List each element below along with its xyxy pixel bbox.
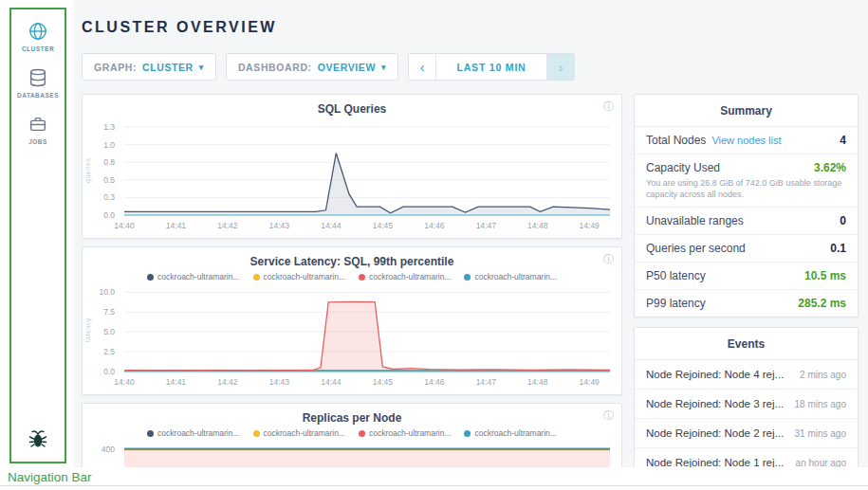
time-range-label[interactable]: LAST 10 MIN — [436, 54, 546, 80]
chart-plot — [124, 445, 610, 467]
sidebar-item-label: CLUSTER — [22, 45, 54, 52]
legend-item[interactable]: cockroach-ultramarin... — [147, 428, 239, 438]
dashboard-dropdown[interactable]: DASHBOARD: OVERVIEW ▾ — [226, 53, 398, 81]
admin-ui-window: CLUSTER DATABASES JOBS — [0, 0, 868, 467]
summary-label: Capacity Used — [646, 161, 720, 174]
legend-dot-icon — [464, 430, 471, 437]
summary-row: Capacity Used3.62%You are using 26.8 GiB… — [635, 154, 858, 207]
y-tick-label: 7.5 — [103, 307, 115, 317]
sidebar-item-label: DATABASES — [17, 92, 59, 99]
cockroachdb-logo[interactable] — [27, 427, 49, 454]
legend-item[interactable]: cockroach-ultramarin... — [253, 272, 345, 281]
legend-label: cockroach-ultramarin... — [369, 272, 451, 281]
chart-plot — [124, 289, 610, 372]
y-axis: 400 — [83, 445, 122, 467]
x-tick-label: 14:45 — [373, 221, 393, 230]
chevron-down-icon: ▾ — [381, 63, 386, 72]
y-tick-label: 0.0 — [103, 367, 115, 376]
event-row: Node Rejoined: Node 2 rej...31 mins ago — [635, 418, 858, 447]
sidebar-item-jobs[interactable]: JOBS — [11, 114, 65, 145]
x-tick-label: 14:42 — [217, 221, 237, 230]
y-axis-unit: queries — [84, 157, 91, 182]
chevron-down-icon: ▾ — [199, 63, 204, 72]
legend-item[interactable]: cockroach-ultramarin... — [359, 272, 451, 281]
y-tick-label: 0.8 — [103, 157, 115, 167]
event-time: 18 mins ago — [795, 399, 846, 409]
y-tick-label: 0.5 — [103, 175, 115, 185]
chart-canvas — [124, 289, 610, 372]
summary-value: 4 — [840, 134, 846, 147]
jobs-icon — [28, 114, 48, 135]
legend-label: cockroach-ultramarin... — [157, 428, 239, 438]
legend-dot-icon — [464, 274, 471, 281]
chart-title: Service Latency: SQL, 99th percentile — [83, 247, 621, 268]
summary-value: 0.1 — [830, 242, 846, 255]
y-axis-unit: latency — [84, 318, 91, 342]
y-tick-label: 0.3 — [103, 192, 115, 202]
y-tick-label: 0.0 — [103, 210, 115, 220]
event-text: Node Rejoined: Node 4 rej... — [646, 369, 784, 380]
summary-value: 285.2 ms — [798, 297, 846, 310]
legend-label: cockroach-ultramarin... — [474, 272, 556, 281]
legend-item[interactable]: cockroach-ultramarin... — [359, 428, 451, 438]
legend-dot-icon — [147, 274, 154, 281]
view-nodes-link[interactable]: View nodes list — [711, 135, 781, 146]
summary-value: 3.62% — [814, 161, 846, 174]
event-row: Node Rejoined: Node 1 rej...an hour ago — [635, 447, 858, 467]
x-tick-label: 14:48 — [527, 221, 547, 230]
legend-dot-icon — [359, 430, 365, 437]
info-icon[interactable]: ⓘ — [603, 252, 614, 266]
event-time: 2 mins ago — [800, 370, 846, 380]
y-axis: 0.00.30.50.81.01.3queries — [83, 127, 122, 215]
legend-item[interactable]: cockroach-ultramarin... — [464, 428, 556, 438]
sidebar-item-cluster[interactable]: CLUSTER — [11, 21, 65, 52]
navigation-bar: CLUSTER DATABASES JOBS — [9, 8, 66, 463]
chart-legend: cockroach-ultramarin...cockroach-ultrama… — [83, 272, 621, 281]
x-axis: 14:4014:4114:4214:4314:4414:4514:4614:47… — [124, 221, 610, 232]
summary-label: P50 latency — [646, 269, 706, 282]
y-tick-label: 400 — [102, 445, 115, 454]
x-tick-label: 14:44 — [321, 221, 341, 230]
annotation-navigation-bar: Navigation Bar — [8, 470, 92, 484]
legend-item[interactable]: cockroach-ultramarin... — [147, 272, 239, 281]
graph-dropdown-label: GRAPH: — [94, 62, 137, 73]
dashboard-dropdown-label: DASHBOARD: — [238, 62, 312, 73]
time-range-selector: ‹ LAST 10 MIN › — [408, 53, 575, 81]
summary-row: P99 latency285.2 ms — [635, 289, 858, 317]
event-time: an hour ago — [796, 458, 846, 467]
x-axis: 14:4014:4114:4214:4314:4414:4514:4614:47… — [124, 377, 610, 389]
legend-dot-icon — [253, 430, 260, 437]
x-tick-label: 14:42 — [217, 377, 237, 387]
sidebar-item-databases[interactable]: DATABASES — [11, 67, 65, 99]
x-tick-label: 14:41 — [166, 221, 186, 230]
x-tick-label: 14:44 — [321, 377, 341, 387]
summary-row: P50 latency10.5 ms — [635, 262, 858, 289]
event-row: Node Rejoined: Node 4 rej...2 mins ago — [635, 360, 858, 389]
legend-label: cockroach-ultramarin... — [474, 428, 556, 438]
chart-canvas — [124, 127, 610, 215]
y-tick-label: 2.5 — [103, 347, 115, 356]
event-text: Node Rejoined: Node 2 rej... — [646, 427, 784, 439]
legend-dot-icon — [359, 274, 365, 281]
databases-icon — [28, 67, 48, 88]
legend-item[interactable]: cockroach-ultramarin... — [464, 272, 556, 281]
summary-panel: Summary Total NodesView nodes list4Capac… — [634, 94, 859, 318]
x-tick-label: 14:45 — [373, 377, 393, 387]
summary-title: Summary — [635, 95, 858, 127]
legend-label: cockroach-ultramarin... — [264, 272, 345, 281]
time-prev-button[interactable]: ‹ — [409, 54, 436, 80]
time-next-button[interactable]: › — [546, 54, 574, 80]
summary-subtext: You are using 26.8 GiB of 742.0 GiB usab… — [646, 177, 846, 200]
legend-label: cockroach-ultramarin... — [369, 428, 451, 438]
summary-row: Unavailable ranges0 — [635, 207, 858, 234]
info-icon[interactable]: ⓘ — [603, 408, 614, 423]
y-tick-label: 1.0 — [103, 140, 115, 150]
graph-dropdown[interactable]: GRAPH: CLUSTER ▾ — [82, 53, 216, 81]
event-row: Node Rejoined: Node 3 rej...18 mins ago — [635, 389, 858, 418]
info-icon[interactable]: ⓘ — [603, 100, 614, 114]
event-text: Node Rejoined: Node 1 rej... — [646, 457, 784, 467]
x-tick-label: 14:40 — [114, 377, 134, 387]
legend-item[interactable]: cockroach-ultramarin... — [253, 428, 345, 438]
cluster-icon — [28, 21, 48, 42]
x-tick-label: 14:43 — [269, 221, 289, 230]
